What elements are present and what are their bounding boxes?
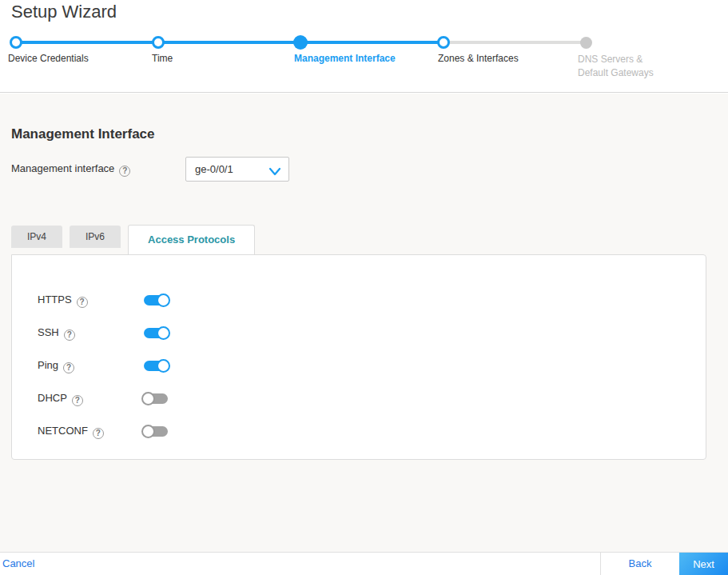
help-icon[interactable]: ? [77,297,88,308]
cancel-button[interactable]: Cancel [2,557,34,569]
setup-wizard-page: Setup Wizard Device Credentials Time Man… [0,0,728,575]
tab-bar: IPv4 IPv6 Access Protocols [11,225,262,254]
ssh-toggle[interactable] [144,328,168,338]
protocol-row-ssh: SSH? [38,317,706,349]
ssh-label-text: SSH [38,326,59,338]
protocol-label: Ping? [38,359,144,373]
help-icon[interactable]: ? [119,166,130,177]
tab-ipv4[interactable]: IPv4 [11,226,62,248]
help-icon[interactable]: ? [63,362,74,373]
step-label-dns-gateways: DNS Servers & Default Gateways [578,53,674,80]
management-interface-field-label: Management interface? [11,162,130,177]
toggle-knob [157,359,170,373]
protocol-label: SSH? [38,326,144,341]
protocol-row-dhcp: DHCP? [38,382,706,415]
dhcp-label-text: DHCP [38,392,67,404]
content-area: Management Interface Management interfac… [0,94,728,552]
step-dot-zones-interfaces[interactable] [437,36,450,49]
step-dot-time[interactable] [152,36,165,49]
help-icon[interactable]: ? [64,329,75,341]
step-label-zones-interfaces[interactable]: Zones & Interfaces [438,53,519,64]
access-protocols-panel: HTTPS? SSH? Ping? DHCP? NETCONF? [11,254,706,460]
ping-toggle[interactable] [144,361,168,371]
dhcp-toggle[interactable] [144,393,168,404]
step-label-device-credentials[interactable]: Device Credentials [8,53,89,64]
step-dot-dns-gateways [580,37,592,49]
toggle-knob [141,425,155,438]
step-dot-management-interface[interactable] [293,35,308,50]
https-toggle[interactable] [144,295,168,305]
wizard-header: Setup Wizard Device Credentials Time Man… [0,0,728,93]
wizard-footer: Cancel Back Next [0,552,728,575]
ping-label-text: Ping [38,359,58,371]
toggle-knob [157,293,170,307]
back-button[interactable]: Back [629,557,652,569]
management-interface-label-text: Management interface [11,162,114,174]
back-section: Back [600,553,679,575]
tab-ipv6[interactable]: IPv6 [70,226,121,248]
chevron-down-icon[interactable] [269,165,280,179]
protocol-label: DHCP? [38,392,144,406]
stepper-line-remaining [444,41,586,44]
netconf-toggle[interactable] [144,426,168,437]
next-button[interactable]: Next [679,553,728,575]
section-title: Management Interface [11,126,155,142]
https-label-text: HTTPS [38,293,72,305]
step-dot-device-credentials[interactable] [10,36,22,49]
toggle-knob [141,392,155,405]
help-icon[interactable]: ? [93,428,104,439]
protocol-label: NETCONF? [38,425,144,439]
netconf-label-text: NETCONF [38,425,88,437]
tab-access-protocols[interactable]: Access Protocols [128,225,255,254]
stepper-line-completed [16,41,444,44]
protocol-label: HTTPS? [38,293,144,308]
select-value: ge-0/0/1 [195,163,233,175]
management-interface-select[interactable]: ge-0/0/1 [185,157,289,182]
protocol-row-netconf: NETCONF? [38,415,706,448]
page-title: Setup Wizard [11,2,117,22]
toggle-knob [157,326,170,340]
step-label-time[interactable]: Time [152,53,173,64]
protocol-row-ping: Ping? [38,349,706,382]
step-label-management-interface[interactable]: Management Interface [294,53,396,64]
protocol-row-https: HTTPS? [38,284,706,317]
help-icon[interactable]: ? [72,395,83,406]
